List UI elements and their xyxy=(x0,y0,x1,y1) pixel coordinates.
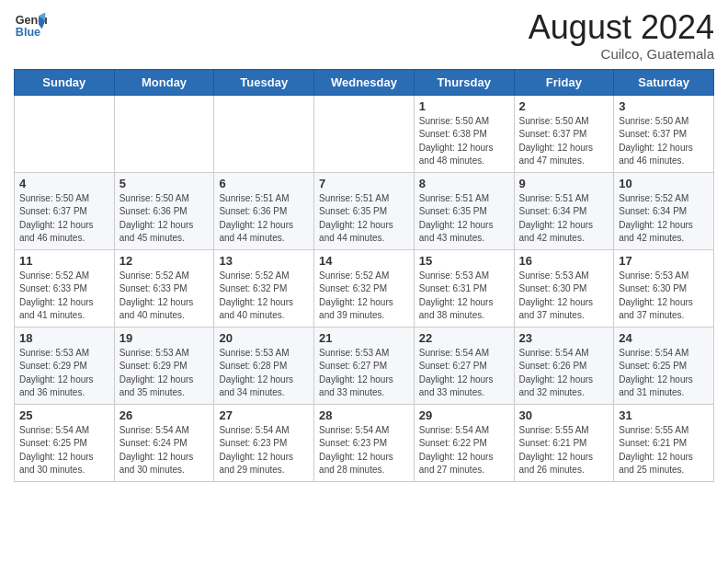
calendar-cell: 17Sunrise: 5:53 AMSunset: 6:30 PMDayligh… xyxy=(614,249,714,327)
day-number: 29 xyxy=(419,408,509,422)
day-info: Sunrise: 5:55 AMSunset: 6:21 PMDaylight:… xyxy=(519,424,609,477)
day-header-friday: Friday xyxy=(514,69,614,95)
day-header-saturday: Saturday xyxy=(614,69,714,95)
day-info: Sunrise: 5:50 AMSunset: 6:36 PMDaylight:… xyxy=(119,192,210,246)
day-info: Sunrise: 5:53 AMSunset: 6:30 PMDaylight:… xyxy=(619,270,709,323)
calendar-cell: 4Sunrise: 5:50 AMSunset: 6:37 PMDaylight… xyxy=(15,172,115,249)
calendar-cell: 27Sunrise: 5:54 AMSunset: 6:23 PMDayligh… xyxy=(214,404,314,481)
day-number: 15 xyxy=(419,254,509,268)
day-number: 13 xyxy=(219,254,309,268)
day-number: 27 xyxy=(219,408,309,422)
day-info: Sunrise: 5:54 AMSunset: 6:23 PMDaylight:… xyxy=(219,424,309,477)
calendar-cell xyxy=(214,95,314,172)
calendar-cell: 25Sunrise: 5:54 AMSunset: 6:25 PMDayligh… xyxy=(15,404,115,481)
page-title: August 2024 xyxy=(529,9,714,46)
calendar-cell: 29Sunrise: 5:54 AMSunset: 6:22 PMDayligh… xyxy=(414,404,514,481)
day-header-thursday: Thursday xyxy=(414,69,514,95)
day-number: 26 xyxy=(119,408,210,422)
day-number: 12 xyxy=(119,254,210,268)
calendar-cell: 18Sunrise: 5:53 AMSunset: 6:29 PMDayligh… xyxy=(15,327,115,404)
calendar-week-row: 1Sunrise: 5:50 AMSunset: 6:38 PMDaylight… xyxy=(15,95,714,172)
day-number: 14 xyxy=(319,254,409,268)
day-info: Sunrise: 5:52 AMSunset: 6:32 PMDaylight:… xyxy=(319,270,409,323)
calendar-cell: 22Sunrise: 5:54 AMSunset: 6:27 PMDayligh… xyxy=(414,327,514,404)
calendar-cell: 10Sunrise: 5:52 AMSunset: 6:34 PMDayligh… xyxy=(614,172,714,249)
day-info: Sunrise: 5:54 AMSunset: 6:25 PMDaylight:… xyxy=(619,347,709,400)
day-info: Sunrise: 5:50 AMSunset: 6:37 PMDaylight:… xyxy=(19,192,109,246)
day-number: 20 xyxy=(219,331,309,345)
day-number: 17 xyxy=(619,254,709,268)
day-info: Sunrise: 5:53 AMSunset: 6:29 PMDaylight:… xyxy=(119,347,210,400)
calendar-cell xyxy=(15,95,115,172)
day-number: 9 xyxy=(519,177,609,190)
day-number: 24 xyxy=(619,331,709,345)
day-number: 4 xyxy=(19,177,109,190)
day-info: Sunrise: 5:53 AMSunset: 6:31 PMDaylight:… xyxy=(419,270,509,323)
day-info: Sunrise: 5:51 AMSunset: 6:36 PMDaylight:… xyxy=(219,192,309,246)
calendar-cell: 26Sunrise: 5:54 AMSunset: 6:24 PMDayligh… xyxy=(114,404,214,481)
day-number: 19 xyxy=(119,331,210,345)
title-block: August 2024 Cuilco, Guatemala xyxy=(529,9,714,62)
calendar-week-row: 11Sunrise: 5:52 AMSunset: 6:33 PMDayligh… xyxy=(15,249,714,327)
logo: General Blue xyxy=(14,9,47,42)
calendar-cell: 12Sunrise: 5:52 AMSunset: 6:33 PMDayligh… xyxy=(114,249,214,327)
calendar-cell: 15Sunrise: 5:53 AMSunset: 6:31 PMDayligh… xyxy=(414,249,514,327)
day-header-sunday: Sunday xyxy=(15,69,115,95)
day-number: 7 xyxy=(319,177,409,190)
day-number: 1 xyxy=(419,99,509,113)
day-info: Sunrise: 5:53 AMSunset: 6:29 PMDaylight:… xyxy=(19,347,109,400)
calendar-cell: 23Sunrise: 5:54 AMSunset: 6:26 PMDayligh… xyxy=(514,327,614,404)
calendar-table: SundayMondayTuesdayWednesdayThursdayFrid… xyxy=(14,69,714,482)
calendar-cell: 30Sunrise: 5:55 AMSunset: 6:21 PMDayligh… xyxy=(514,404,614,481)
day-number: 25 xyxy=(19,408,109,422)
page-subtitle: Cuilco, Guatemala xyxy=(529,46,714,62)
day-number: 28 xyxy=(319,408,409,422)
day-number: 5 xyxy=(119,177,210,190)
day-number: 2 xyxy=(519,99,609,113)
day-number: 18 xyxy=(19,331,109,345)
calendar-cell: 5Sunrise: 5:50 AMSunset: 6:36 PMDaylight… xyxy=(114,172,214,249)
day-header-wednesday: Wednesday xyxy=(314,69,415,95)
calendar-cell: 13Sunrise: 5:52 AMSunset: 6:32 PMDayligh… xyxy=(214,249,314,327)
day-number: 22 xyxy=(419,331,509,345)
day-info: Sunrise: 5:52 AMSunset: 6:32 PMDaylight:… xyxy=(219,270,309,323)
day-info: Sunrise: 5:55 AMSunset: 6:21 PMDaylight:… xyxy=(619,424,709,477)
day-info: Sunrise: 5:50 AMSunset: 6:38 PMDaylight:… xyxy=(419,115,509,168)
calendar-cell: 16Sunrise: 5:53 AMSunset: 6:30 PMDayligh… xyxy=(514,249,614,327)
day-info: Sunrise: 5:54 AMSunset: 6:26 PMDaylight:… xyxy=(519,347,609,400)
day-info: Sunrise: 5:53 AMSunset: 6:30 PMDaylight:… xyxy=(519,270,609,323)
day-number: 30 xyxy=(519,408,609,422)
calendar-cell: 9Sunrise: 5:51 AMSunset: 6:34 PMDaylight… xyxy=(514,172,614,249)
calendar-week-row: 25Sunrise: 5:54 AMSunset: 6:25 PMDayligh… xyxy=(15,404,714,481)
day-info: Sunrise: 5:54 AMSunset: 6:27 PMDaylight:… xyxy=(419,347,509,400)
day-number: 11 xyxy=(19,254,109,268)
day-number: 23 xyxy=(519,331,609,345)
day-header-monday: Monday xyxy=(114,69,214,95)
calendar-cell: 19Sunrise: 5:53 AMSunset: 6:29 PMDayligh… xyxy=(114,327,214,404)
day-info: Sunrise: 5:50 AMSunset: 6:37 PMDaylight:… xyxy=(619,115,709,168)
calendar-header-row: SundayMondayTuesdayWednesdayThursdayFrid… xyxy=(15,69,714,95)
day-number: 31 xyxy=(619,408,709,422)
calendar-cell: 21Sunrise: 5:53 AMSunset: 6:27 PMDayligh… xyxy=(314,327,415,404)
day-info: Sunrise: 5:51 AMSunset: 6:35 PMDaylight:… xyxy=(319,192,409,246)
page-header: General Blue August 2024 Cuilco, Guatema… xyxy=(14,9,714,62)
day-info: Sunrise: 5:54 AMSunset: 6:22 PMDaylight:… xyxy=(419,424,509,477)
logo-icon: General Blue xyxy=(14,9,47,42)
day-number: 3 xyxy=(619,99,709,113)
calendar-cell: 31Sunrise: 5:55 AMSunset: 6:21 PMDayligh… xyxy=(614,404,714,481)
svg-text:Blue: Blue xyxy=(16,26,40,39)
calendar-cell: 28Sunrise: 5:54 AMSunset: 6:23 PMDayligh… xyxy=(314,404,415,481)
calendar-cell: 3Sunrise: 5:50 AMSunset: 6:37 PMDaylight… xyxy=(614,95,714,172)
day-number: 8 xyxy=(419,177,509,190)
day-info: Sunrise: 5:53 AMSunset: 6:28 PMDaylight:… xyxy=(219,347,309,400)
day-number: 10 xyxy=(619,177,709,190)
day-number: 21 xyxy=(319,331,409,345)
day-number: 6 xyxy=(219,177,309,190)
calendar-cell: 6Sunrise: 5:51 AMSunset: 6:36 PMDaylight… xyxy=(214,172,314,249)
day-info: Sunrise: 5:54 AMSunset: 6:24 PMDaylight:… xyxy=(119,424,210,477)
calendar-cell: 24Sunrise: 5:54 AMSunset: 6:25 PMDayligh… xyxy=(614,327,714,404)
day-info: Sunrise: 5:54 AMSunset: 6:25 PMDaylight:… xyxy=(19,424,109,477)
day-number: 16 xyxy=(519,254,609,268)
calendar-cell: 8Sunrise: 5:51 AMSunset: 6:35 PMDaylight… xyxy=(414,172,514,249)
day-info: Sunrise: 5:52 AMSunset: 6:33 PMDaylight:… xyxy=(19,270,109,323)
